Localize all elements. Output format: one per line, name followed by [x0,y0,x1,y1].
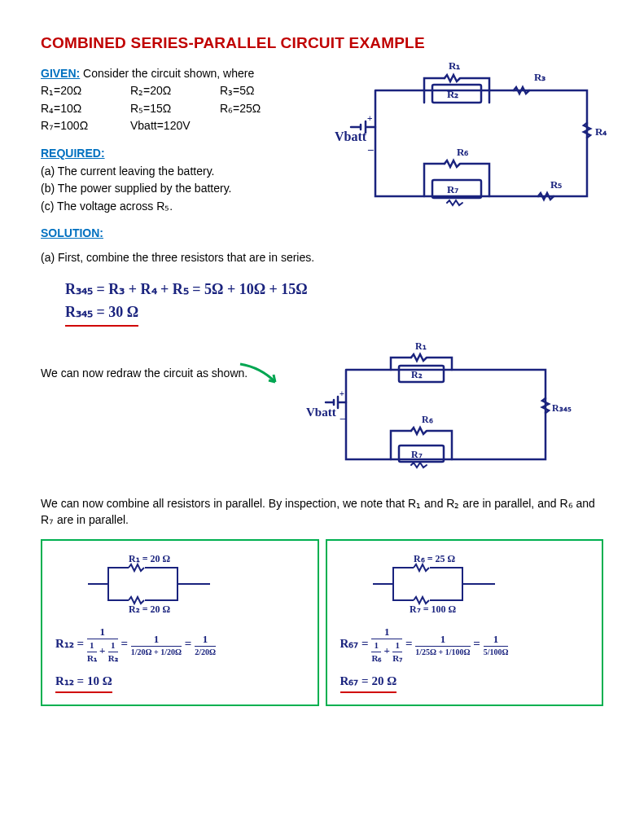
svg-text:R₄: R₄ [595,125,607,138]
svg-text:−: − [340,413,346,425]
svg-text:R₁ = 20 Ω: R₁ = 20 Ω [129,555,171,564]
value-r1: R₁=20Ω [41,83,98,99]
svg-text:+: + [340,389,344,398]
svg-text:R₅: R₅ [550,178,562,191]
value-r4: R₄=10Ω [41,101,98,117]
svg-text:R₂ = 20 Ω: R₂ = 20 Ω [129,604,171,612]
svg-text:R₇: R₇ [447,183,458,195]
svg-text:R₂: R₂ [447,88,458,100]
value-r7: R₇=100Ω [41,118,98,134]
svg-text:R₆: R₆ [422,414,433,425]
page-title: COMBINED SERIES-PARALLEL CIRCUIT EXAMPLE [41,33,603,55]
svg-text:R₆ = 25 Ω: R₆ = 25 Ω [414,555,456,564]
value-r2: R₂=20Ω [130,83,187,99]
value-vbatt: Vbatt=120V [130,118,191,134]
solution-label: SOLUTION: [41,226,103,239]
box-r67: R₆ = 25 Ω R₇ = 100 Ω R₆₇ = 11R₆ + 1R₇ = … [326,539,604,706]
value-r6: R₆=25Ω [220,101,277,117]
handwritten-r345: R₃₄₅ = R₃ + R₄ + R₅ = 5Ω + 10Ω + 15Ω R₃₄… [65,278,603,327]
value-r3: R₃=5Ω [220,83,277,99]
circuit-diagram-2: Vbatt + − R₁ R₂ R₃₄₅ R₆ R₇ [301,341,578,480]
svg-text:R₃₄₅: R₃₄₅ [552,402,572,414]
svg-text:Vbatt: Vbatt [335,129,367,143]
solution-a-intro: (a) First, combine the three resistors t… [41,250,603,266]
svg-text:R₁: R₁ [415,341,427,352]
svg-text:R₇ = 100 Ω: R₇ = 100 Ω [410,604,457,612]
box-r12: R₁ = 20 Ω R₂ = 20 Ω R₁₂ = 11R₁ + 1R₂ = 1… [41,539,319,706]
green-arrow-icon [236,358,285,390]
circuit-diagram-1: Vbatt + − R₁ R₂ R₃ R₄ R₅ R₆ R₇ [326,58,611,221]
svg-text:+: + [367,113,372,123]
given-intro: Consider the circuit shown, where [80,67,254,80]
svg-text:R₃: R₃ [534,71,545,83]
svg-text:R₇: R₇ [411,449,423,460]
given-section: GIVEN: Consider the circuit shown, where… [41,66,603,134]
parallel-intro: We can now combine all resistors in para… [41,496,603,528]
svg-text:−: − [367,143,374,156]
svg-text:Vbatt: Vbatt [306,406,336,419]
svg-text:R₁: R₁ [449,59,460,72]
given-label: GIVEN: [41,67,80,80]
required-label: REQUIRED: [41,147,105,160]
redraw-caption: We can now redraw the circuit as shown. [41,341,252,382]
svg-text:R₂: R₂ [411,369,423,380]
svg-text:R₆: R₆ [457,146,469,158]
value-r5: R₅=15Ω [130,101,187,117]
